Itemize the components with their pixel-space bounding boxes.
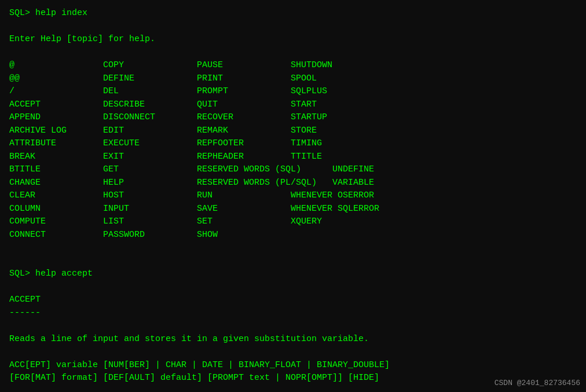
terminal-output: SQL> help index Enter Help [topic] for h…: [9, 7, 577, 385]
watermark: CSDN @2401_82736456: [495, 379, 580, 387]
